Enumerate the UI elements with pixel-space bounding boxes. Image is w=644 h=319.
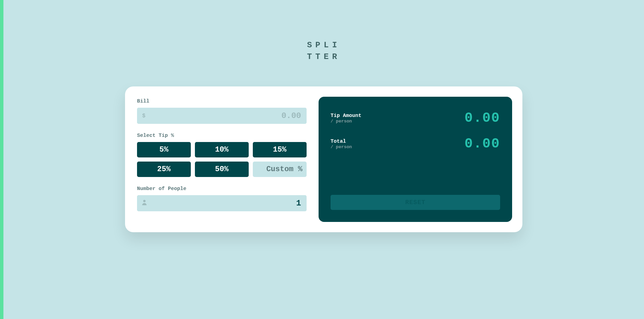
total-label: Total xyxy=(331,139,352,144)
tip-amount-row: Tip Amount / person 0.00 xyxy=(331,110,500,126)
people-input-wrapper xyxy=(137,195,307,211)
tip-button-25[interactable]: 25% xyxy=(137,162,191,177)
total-sublabel: / person xyxy=(331,144,352,150)
tip-button-15[interactable]: 15% xyxy=(253,142,307,157)
app-logo: SPLI TTER xyxy=(307,39,340,62)
tip-amount-sublabel: / person xyxy=(331,119,361,124)
logo-line-1: SPLI xyxy=(307,39,340,51)
people-label: Number of People xyxy=(137,186,307,192)
total-labels: Total / person xyxy=(331,139,352,150)
bill-label: Bill xyxy=(137,98,307,104)
person-icon xyxy=(142,200,147,207)
total-row: Total / person 0.00 xyxy=(331,136,500,152)
tip-amount-label: Tip Amount xyxy=(331,113,361,119)
bill-input[interactable] xyxy=(137,108,307,124)
tip-button-10[interactable]: 10% xyxy=(195,142,249,157)
results-panel: Tip Amount / person 0.00 Total / person … xyxy=(319,97,512,222)
people-input[interactable] xyxy=(137,195,307,211)
tip-button-5[interactable]: 5% xyxy=(137,142,191,157)
calculator-card: Bill $ Select Tip % 5% 10% 15% 25% 50% N… xyxy=(125,86,522,232)
tip-amount-value: 0.00 xyxy=(465,110,500,126)
tip-custom-input[interactable] xyxy=(253,162,307,177)
tip-button-50[interactable]: 50% xyxy=(195,162,249,177)
dollar-icon: $ xyxy=(142,113,146,119)
logo-line-2: TTER xyxy=(307,51,340,63)
total-value: 0.00 xyxy=(465,136,500,152)
bill-input-wrapper: $ xyxy=(137,108,307,124)
tip-amount-labels: Tip Amount / person xyxy=(331,113,361,124)
tip-grid: 5% 10% 15% 25% 50% xyxy=(137,142,307,177)
reset-button[interactable]: RESET xyxy=(331,195,500,210)
input-panel: Bill $ Select Tip % 5% 10% 15% 25% 50% N… xyxy=(135,97,308,222)
tip-label: Select Tip % xyxy=(137,133,307,139)
